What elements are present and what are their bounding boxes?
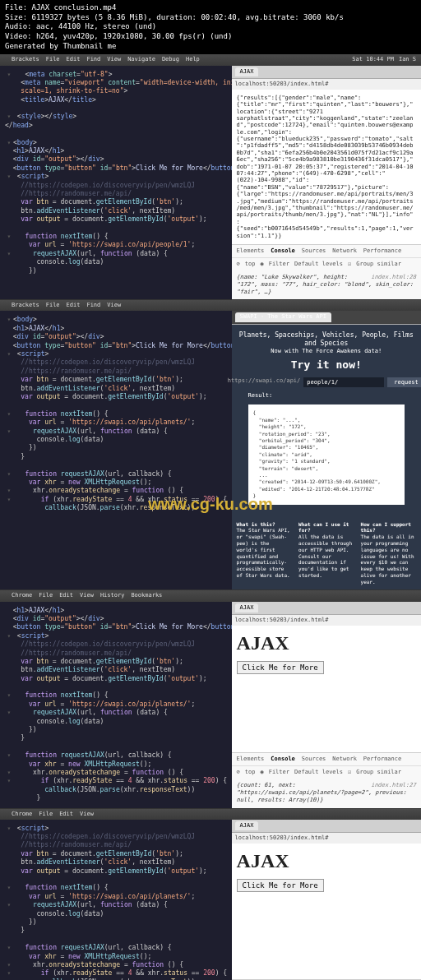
menu-navigate[interactable]: Navigate (127, 56, 155, 63)
panel-1: ▾ <meta charset="utf-8"> <meta name="vie… (0, 66, 421, 301)
page-content-json: {"results":[{"gender":"male","name":{"ti… (232, 90, 421, 244)
menubar-chrome-4: Chrome File Edit View (0, 809, 421, 820)
console-output-3: index.html:27 {count: 61, next: "https:/… (232, 779, 421, 807)
address-bar[interactable]: localhost:50203/index.html# (232, 79, 421, 90)
browser-1: AJAX localhost:50203/index.html# {"resul… (232, 66, 421, 300)
result-label: Result: (238, 392, 414, 400)
video-metadata-header: File: AJAX conclusion.mp4 Size: 6119327 … (0, 0, 421, 54)
api-input[interactable] (303, 377, 384, 387)
size-line: Size: 6119327 bytes (5 8.36 MiB), durati… (5, 13, 416, 23)
devtools-1: Elements Console Sources Network Perform… (232, 244, 421, 299)
menubar-chrome-3: Chrome File Edit View History Bookmarks (0, 590, 421, 601)
result-json: { "name": "...", "height": "172", "rotat… (248, 404, 405, 504)
browser-2-swapi: SWAPI - The Star Wars API Planets, Space… (232, 311, 421, 589)
code-editor-1[interactable]: ▾ <meta charset="utf-8"> <meta name="vie… (0, 66, 232, 300)
audio-line: Audio: aac, 44100 Hz, stereo (und) (5, 22, 416, 32)
filter[interactable]: Filter (269, 261, 289, 268)
json-output: {"results":[{"gender":"male","name":{"ti… (237, 95, 416, 239)
address-bar[interactable]: localhost:50203/index.html# (232, 833, 421, 844)
dt-sources[interactable]: Sources (302, 247, 326, 255)
app-name[interactable]: Brackets (12, 56, 39, 63)
api-prefix: https://swapi.co/api/ (228, 377, 301, 387)
page-h1: AJAX (237, 631, 416, 656)
panel-3: <h1>AJAX</h1> <div id="output"></div> <b… (0, 602, 421, 809)
dt-console[interactable]: Console (271, 247, 295, 255)
tagline: Planets, Spaceships, Vehicles, People, F… (238, 331, 414, 349)
info-columns: What is this?The Star Wars API, or "swap… (232, 516, 421, 590)
address-bar[interactable]: localhost:50203/index.html# (232, 615, 421, 626)
code-editor-2[interactable]: ▾<body> <h1>AJAX</h1> <div id="output"><… (0, 311, 232, 589)
request-button[interactable]: request (387, 377, 421, 387)
menu-find[interactable]: Find (86, 56, 100, 63)
browser-4: AJAX localhost:50203/index.html# AJAX Cl… (232, 820, 421, 980)
dt-elements[interactable]: Elements (237, 247, 265, 255)
menu-file[interactable]: File (46, 56, 60, 63)
menu-view[interactable]: View (107, 56, 121, 63)
menubar-brackets: Brackets File Edit Find View Navigate De… (0, 54, 421, 65)
dt-performance[interactable]: Performance (363, 247, 401, 255)
hero-title: Try it now! (238, 358, 414, 372)
username[interactable]: Ian S (399, 56, 416, 63)
browser-tabs[interactable]: AJAX (232, 66, 421, 79)
tab-ajax[interactable]: AJAX (235, 67, 259, 76)
menubar-brackets-2: Brackets File Edit Find View (0, 300, 421, 311)
page-h1: AJAX (237, 848, 416, 874)
panel-4: ▾ <script> //https://codepen.io/discover… (0, 820, 421, 980)
eye-icon[interactable]: ◉ (260, 261, 263, 268)
file-line: File: AJAX conclusion.mp4 (5, 3, 416, 13)
tab[interactable]: AJAX (235, 603, 259, 612)
code-editor-3[interactable]: <h1>AJAX</h1> <div id="output"></div> <b… (0, 602, 232, 808)
clock[interactable]: Sat 10:44 PM (352, 56, 394, 63)
gen-line: Generated by Thumbnail me (5, 42, 416, 52)
browser-3: AJAX localhost:50203/index.html# AJAX Cl… (232, 602, 421, 808)
swapi-tab[interactable]: SWAPI - The Star Wars API (235, 312, 331, 321)
click-me-button[interactable]: Click Me for More (237, 879, 324, 892)
menu-debug[interactable]: Debug (162, 56, 179, 63)
group-check[interactable]: ☑ (348, 261, 351, 268)
video-line: Video: h264, yuv420p, 1920x1080, 30.00 f… (5, 32, 416, 42)
subline: Now with The Force Awakens data! (238, 348, 414, 355)
dt-network[interactable]: Network (332, 247, 357, 255)
scope[interactable]: top (245, 261, 256, 268)
levels[interactable]: Default levels (294, 261, 343, 268)
menu-help[interactable]: Help (186, 56, 200, 63)
click-me-button[interactable]: Click Me for More (237, 661, 324, 674)
panel-2: ▾<body> <h1>AJAX</h1> <div id="output"><… (0, 311, 421, 590)
group: Group similar (356, 261, 401, 268)
console-output-1: index.html:28 {name: "Luke Skywalker", h… (232, 270, 421, 299)
code-editor-4[interactable]: ▾ <script> //https://codepen.io/discover… (0, 820, 232, 980)
menu-edit[interactable]: Edit (67, 56, 81, 63)
clear-icon[interactable]: ⊘ (237, 261, 240, 268)
